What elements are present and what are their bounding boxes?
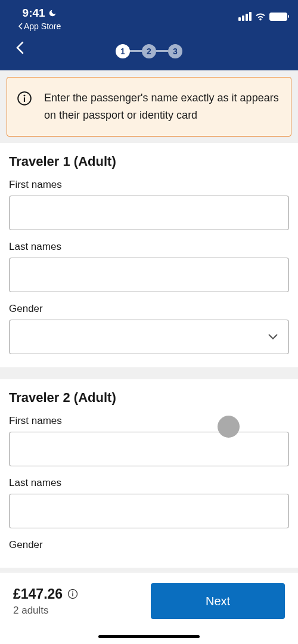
info-banner-text: Enter the passenger's name exactly as it…	[44, 89, 281, 124]
traveler-1-heading: Traveler 1 (Adult)	[9, 154, 289, 169]
svg-rect-2	[24, 97, 25, 102]
touch-indicator	[218, 416, 240, 438]
step-1: 1	[116, 44, 130, 58]
step-3: 3	[168, 44, 182, 58]
traveler-2-section: Traveler 2 (Adult) First names Last name…	[0, 379, 298, 568]
traveler-2-heading: Traveler 2 (Adult)	[9, 390, 289, 405]
last-names-label: Last names	[9, 241, 289, 253]
wifi-icon	[255, 13, 266, 21]
moon-icon	[48, 9, 57, 17]
info-icon	[17, 91, 32, 106]
step-connector	[156, 50, 168, 52]
step-connector	[130, 50, 142, 52]
next-button[interactable]: Next	[151, 583, 285, 619]
gender-label: Gender	[9, 539, 289, 551]
total-price: £147.26	[13, 586, 63, 602]
price-summary: £147.26 2 adults	[13, 586, 78, 617]
traveler-1-section: Traveler 1 (Adult) First names Last name…	[0, 143, 298, 367]
chevron-left-icon	[18, 23, 23, 30]
info-banner: Enter the passenger's name exactly as it…	[7, 77, 291, 137]
back-button[interactable]	[11, 39, 29, 57]
battery-icon	[269, 13, 287, 21]
last-names-input[interactable]	[9, 494, 289, 528]
last-names-input[interactable]	[9, 258, 289, 292]
gender-label: Gender	[9, 303, 289, 315]
first-names-label: First names	[9, 179, 289, 191]
app-header: 9:41 App Store	[0, 0, 298, 70]
gender-select[interactable]	[9, 320, 289, 354]
nav-bar: 1 2 3	[0, 32, 298, 70]
status-right	[238, 12, 287, 21]
step-2: 2	[142, 44, 156, 58]
svg-rect-5	[72, 593, 73, 596]
first-names-input[interactable]	[9, 196, 289, 230]
signal-icon	[238, 12, 252, 21]
clock-time: 9:41	[23, 7, 45, 20]
info-icon[interactable]	[67, 589, 78, 599]
status-left: 9:41 App Store	[18, 7, 61, 31]
passenger-count: 2 adults	[13, 605, 78, 617]
last-names-label: Last names	[9, 477, 289, 489]
progress-stepper: 1 2 3	[116, 44, 182, 58]
svg-point-1	[24, 95, 26, 97]
svg-point-4	[72, 592, 73, 593]
first-names-label: First names	[9, 415, 289, 427]
first-names-input[interactable]	[9, 432, 289, 466]
app-store-back-label: App Store	[24, 21, 61, 31]
chevron-left-icon	[15, 41, 24, 55]
app-store-back-link[interactable]: App Store	[18, 21, 61, 31]
bottom-bar: £147.26 2 adults Next	[0, 572, 298, 644]
home-indicator[interactable]	[98, 635, 200, 638]
status-bar: 9:41 App Store	[0, 0, 298, 32]
